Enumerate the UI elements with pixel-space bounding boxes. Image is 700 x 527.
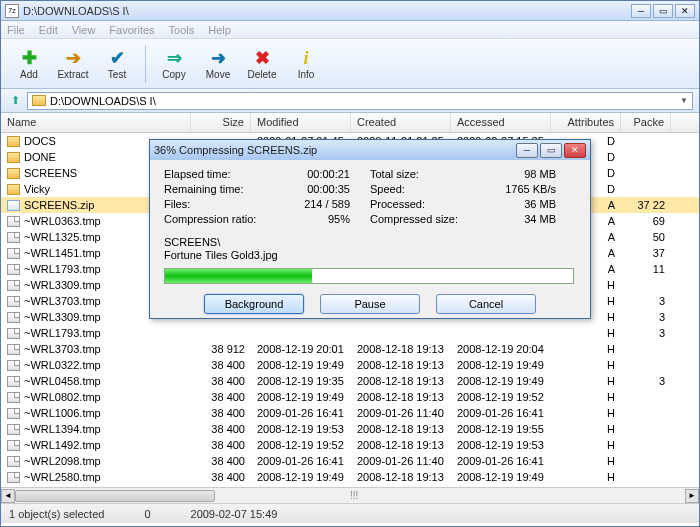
menu-bar: File Edit View Favorites Tools Help <box>1 21 699 39</box>
window-title: D:\DOWNLOADS\S I\ <box>23 5 631 17</box>
tmp-icon <box>7 408 20 419</box>
dialog-close-button[interactable]: ✕ <box>564 143 586 158</box>
file-row[interactable]: ~WRL0322.tmp38 4002008-12-19 19:492008-1… <box>1 357 699 373</box>
scroll-right-icon[interactable]: ► <box>685 489 699 503</box>
dropdown-icon[interactable]: ▼ <box>680 96 688 105</box>
file-packed: 37 22 <box>621 199 671 211</box>
file-name: ~WRL2580.tmp <box>24 471 101 483</box>
file-name: DONE <box>24 151 56 163</box>
copy-button[interactable]: ⇒Copy <box>154 42 194 86</box>
file-row[interactable]: ~WRL2580.tmp38 4002008-12-19 19:492008-1… <box>1 469 699 485</box>
pause-button[interactable]: Pause <box>320 294 420 314</box>
header-packed[interactable]: Packe <box>621 113 671 132</box>
scroll-left-icon[interactable]: ◄ <box>1 489 15 503</box>
dialog-body: Elapsed time:00:00:21 Remaining time:00:… <box>150 160 590 322</box>
file-accessed: 2008-12-19 19:52 <box>451 391 551 403</box>
folder-icon <box>7 168 20 179</box>
add-button[interactable]: ✚Add <box>9 42 49 86</box>
file-size: 38 400 <box>191 375 251 387</box>
header-size[interactable]: Size <box>191 113 251 132</box>
background-button[interactable]: Background <box>204 294 304 314</box>
file-created: 2008-12-18 19:13 <box>351 439 451 451</box>
file-size: 38 400 <box>191 471 251 483</box>
tmp-icon <box>7 296 20 307</box>
extract-button[interactable]: ➔Extract <box>53 42 93 86</box>
header-created[interactable]: Created <box>351 113 451 132</box>
current-filename: Fortune Tiles Gold3.jpg <box>164 249 576 262</box>
scroll-marker: !!! <box>350 490 358 501</box>
tmp-icon <box>7 360 20 371</box>
dialog-title: 36% Compressing SCREENS.zip <box>154 144 514 156</box>
total-value: 98 MB <box>524 168 576 183</box>
file-size: 38 400 <box>191 391 251 403</box>
dialog-buttons: Background Pause Cancel <box>164 294 576 314</box>
menu-favorites[interactable]: Favorites <box>109 24 154 36</box>
file-attributes: H <box>551 439 621 451</box>
folder-icon <box>32 95 46 106</box>
file-accessed: 2009-01-26 16:41 <box>451 455 551 467</box>
address-input[interactable]: D:\DOWNLOADS\S I\ ▼ <box>27 92 693 110</box>
file-row[interactable]: ~WRL1394.tmp38 4002008-12-19 19:532008-1… <box>1 421 699 437</box>
file-packed: 69 <box>621 215 671 227</box>
dialog-stats: Elapsed time:00:00:21 Remaining time:00:… <box>164 168 576 228</box>
menu-edit[interactable]: Edit <box>39 24 58 36</box>
file-created: 2008-12-18 19:13 <box>351 343 451 355</box>
info-button[interactable]: iInfo <box>286 42 326 86</box>
file-modified: 2008-12-19 19:52 <box>251 439 351 451</box>
menu-file[interactable]: File <box>7 24 25 36</box>
file-name: ~WRL3309.tmp <box>24 279 101 291</box>
dialog-maximize-button[interactable]: ▭ <box>540 143 562 158</box>
maximize-button[interactable]: ▭ <box>653 4 673 18</box>
file-created: 2008-12-18 19:13 <box>351 359 451 371</box>
file-created: 2009-01-26 11:40 <box>351 455 451 467</box>
status-bar: 1 object(s) selected 0 2009-02-07 15:49 <box>1 503 699 523</box>
tmp-icon <box>7 392 20 403</box>
file-size: 38 400 <box>191 423 251 435</box>
minimize-button[interactable]: ─ <box>631 4 651 18</box>
file-modified: 2008-12-19 19:49 <box>251 359 351 371</box>
file-packed: 3 <box>621 375 671 387</box>
delete-button[interactable]: ✖Delete <box>242 42 282 86</box>
header-modified[interactable]: Modified <box>251 113 351 132</box>
menu-tools[interactable]: Tools <box>169 24 195 36</box>
file-row[interactable]: ~WRL0458.tmp38 4002008-12-19 19:352008-1… <box>1 373 699 389</box>
file-row[interactable]: ~WRL0802.tmp38 4002008-12-19 19:492008-1… <box>1 389 699 405</box>
file-row[interactable]: ~WRL1492.tmp38 4002008-12-19 19:522008-1… <box>1 437 699 453</box>
close-button[interactable]: ✕ <box>675 4 695 18</box>
file-row[interactable]: ~WRL3703.tmp38 9122008-12-19 20:012008-1… <box>1 341 699 357</box>
file-attributes: H <box>551 391 621 403</box>
file-row[interactable]: ~WRL1006.tmp38 4002009-01-26 16:412009-0… <box>1 405 699 421</box>
file-accessed: 2008-12-19 19:49 <box>451 359 551 371</box>
ratio-label: Compression ratio: <box>164 213 328 228</box>
horizontal-scrollbar[interactable]: ◄ !!! ► <box>1 487 699 503</box>
file-name: ~WRL1006.tmp <box>24 407 101 419</box>
header-attributes[interactable]: Attributes <box>551 113 621 132</box>
file-size: 38 912 <box>191 343 251 355</box>
move-button[interactable]: ➜Move <box>198 42 238 86</box>
file-name: ~WRL2098.tmp <box>24 455 101 467</box>
file-row[interactable]: ~WRL2098.tmp38 4002009-01-26 16:412009-0… <box>1 453 699 469</box>
ratio-value: 95% <box>328 213 370 228</box>
file-attributes: H <box>551 423 621 435</box>
folder-icon <box>7 152 20 163</box>
extract-icon: ➔ <box>62 47 84 69</box>
header-accessed[interactable]: Accessed <box>451 113 551 132</box>
file-attributes: H <box>551 327 621 339</box>
file-size: 38 400 <box>191 455 251 467</box>
cancel-button[interactable]: Cancel <box>436 294 536 314</box>
menu-view[interactable]: View <box>72 24 96 36</box>
file-name: ~WRL3703.tmp <box>24 295 101 307</box>
file-created: 2008-12-18 19:13 <box>351 391 451 403</box>
zip-icon <box>7 200 20 211</box>
scroll-thumb[interactable] <box>15 490 215 502</box>
file-size: 38 400 <box>191 407 251 419</box>
file-modified: 2008-12-19 19:49 <box>251 391 351 403</box>
header-name[interactable]: Name <box>1 113 191 132</box>
address-path: D:\DOWNLOADS\S I\ <box>50 95 156 107</box>
file-row[interactable]: ~WRL1793.tmpH3 <box>1 325 699 341</box>
up-icon[interactable]: ⬆ <box>7 93 23 109</box>
menu-help[interactable]: Help <box>208 24 231 36</box>
processed-label: Processed: <box>370 198 524 213</box>
dialog-minimize-button[interactable]: ─ <box>516 143 538 158</box>
test-button[interactable]: ✔Test <box>97 42 137 86</box>
